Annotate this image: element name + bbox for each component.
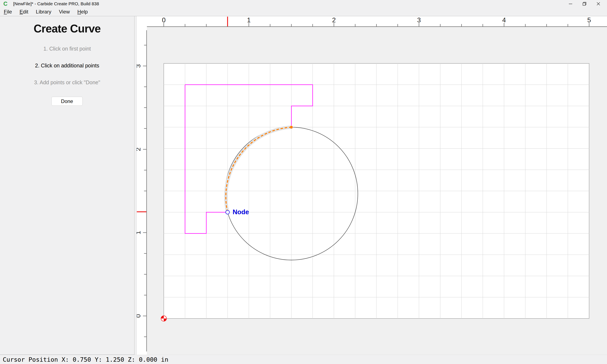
panel-title: Create Curve	[0, 22, 134, 35]
v-ruler-label: 1	[136, 231, 142, 234]
menu-file[interactable]: File	[4, 9, 12, 15]
window-title: [NewFile]* - Carbide Create PRO, Build 8…	[13, 1, 99, 6]
h-ruler-label: 5	[587, 16, 591, 24]
restore-icon	[582, 1, 587, 6]
restore-button[interactable]	[578, 0, 591, 8]
node-label: Node	[233, 208, 249, 216]
v-ruler-label: 2	[136, 147, 142, 151]
v-ruler-label: 3	[136, 64, 142, 68]
status-bar: Cursor Position X: 0.750 Y: 1.250 Z: 0.0…	[0, 355, 607, 364]
curve-start-point[interactable]	[290, 126, 293, 129]
close-icon	[596, 1, 601, 6]
create-curve-panel: Create Curve 1. Click on first point2. C…	[0, 16, 134, 355]
ruler-corner	[136, 16, 147, 27]
instruction-step-2: 2. Click on additional points	[0, 63, 134, 69]
menu-edit[interactable]: Edit	[20, 9, 28, 15]
h-ruler-label: 1	[247, 16, 251, 24]
menu-view[interactable]: View	[59, 9, 70, 15]
instruction-step-1: 1. Click on first point	[0, 46, 134, 52]
window-controls	[564, 0, 605, 8]
design-canvas[interactable]: Node	[147, 27, 607, 355]
app-logo-icon: C	[3, 1, 8, 7]
minimize-icon	[568, 1, 573, 6]
h-ruler-label: 0	[162, 16, 165, 24]
h-ruler-label: 3	[417, 16, 421, 24]
v-ruler-label: 0	[136, 314, 142, 318]
menu-help[interactable]: Help	[77, 9, 88, 15]
instruction-step-3: 3. Add points or click "Done"	[0, 79, 134, 86]
menu-library[interactable]: Library	[36, 9, 51, 15]
title-bar: C [NewFile]* - Carbide Create PRO, Build…	[0, 0, 607, 8]
horizontal-ruler: 012345	[147, 16, 607, 27]
vertical-ruler: 0123	[136, 27, 147, 355]
cursor-position-readout: Cursor Position X: 0.750 Y: 1.250 Z: 0.0…	[3, 356, 168, 363]
close-button[interactable]	[591, 0, 605, 8]
h-ruler-label: 4	[502, 16, 506, 24]
done-button[interactable]: Done	[52, 97, 83, 106]
minimize-button[interactable]	[564, 0, 578, 8]
curve-node-marker[interactable]	[226, 210, 229, 214]
h-ruler-label: 2	[332, 16, 336, 24]
menu-bar: FileEditLibraryViewHelp	[0, 8, 607, 16]
